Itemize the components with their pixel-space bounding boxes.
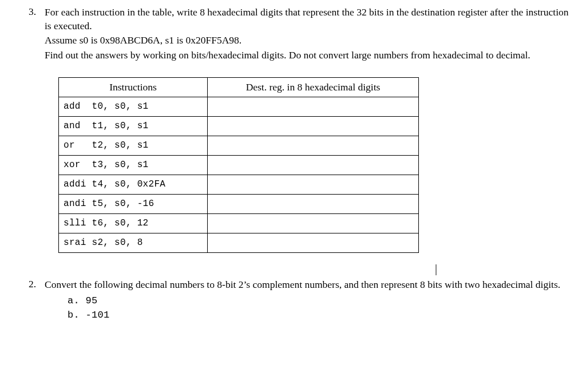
dest-cell: [208, 233, 419, 252]
dest-cell: [208, 136, 419, 155]
table-row: xor t3, s0, s1: [59, 155, 419, 175]
table-body: add t0, s0, s1 and t1, s0, s1 or t2, s0,…: [59, 97, 419, 252]
instruction-cell: add t0, s0, s1: [59, 97, 208, 116]
table-header-row: Instructions Dest. reg. in 8 hexadecimal…: [59, 77, 419, 97]
instruction-cell: andi t5, s0, -16: [59, 194, 208, 213]
instruction-cell: srai s2, s0, 8: [59, 233, 208, 252]
dest-cell: [208, 213, 419, 233]
instruction-cell: and t1, s0, s1: [59, 116, 208, 136]
column-header-dest: Dest. reg. in 8 hexadecimal digits: [208, 77, 419, 97]
question-paragraph: Assume s0 is 0x98ABCD6A, s1 is 0x20FF5A9…: [45, 34, 575, 47]
question-body: Convert the following decimal numbers to…: [45, 278, 575, 324]
question-number: 2.: [29, 278, 45, 324]
document-page: 3. For each instruction in the table, wr…: [0, 0, 586, 337]
table-row: add t0, s0, s1: [59, 97, 419, 116]
question-number: 3.: [29, 6, 45, 64]
dest-cell: [208, 155, 419, 175]
instruction-cell: slli t6, s0, 12: [59, 213, 208, 233]
instruction-table: Instructions Dest. reg. in 8 hexadecimal…: [58, 77, 419, 253]
instruction-table-wrap: Instructions Dest. reg. in 8 hexadecimal…: [58, 77, 575, 253]
question-paragraph: Convert the following decimal numbers to…: [45, 278, 575, 292]
table-row: slli t6, s0, 12: [59, 213, 419, 233]
table-row: addi t4, s0, 0x2FA: [59, 175, 419, 194]
table-row: andi t5, s0, -16: [59, 194, 419, 213]
instruction-cell: addi t4, s0, 0x2FA: [59, 175, 208, 194]
list-item: b. -101: [68, 309, 575, 322]
dest-cell: [208, 175, 419, 194]
dest-cell: [208, 116, 419, 136]
dest-cell: [208, 194, 419, 213]
instruction-cell: xor t3, s0, s1: [59, 155, 208, 175]
question-sublist: a. 95 b. -101: [68, 295, 575, 322]
text-cursor: |: [29, 267, 575, 277]
question-paragraph: For each instruction in the table, write…: [45, 6, 575, 33]
instruction-cell: or t2, s0, s1: [59, 136, 208, 155]
dest-cell: [208, 97, 419, 116]
question-2: 2. Convert the following decimal numbers…: [29, 278, 575, 324]
table-row: or t2, s0, s1: [59, 136, 419, 155]
list-item: a. 95: [68, 295, 575, 308]
question-body: For each instruction in the table, write…: [45, 6, 575, 64]
question-paragraph: Find out the answers by working on bits/…: [45, 49, 575, 62]
column-header-instructions: Instructions: [59, 77, 208, 97]
question-3: 3. For each instruction in the table, wr…: [29, 6, 575, 64]
table-row: srai s2, s0, 8: [59, 233, 419, 252]
table-row: and t1, s0, s1: [59, 116, 419, 136]
